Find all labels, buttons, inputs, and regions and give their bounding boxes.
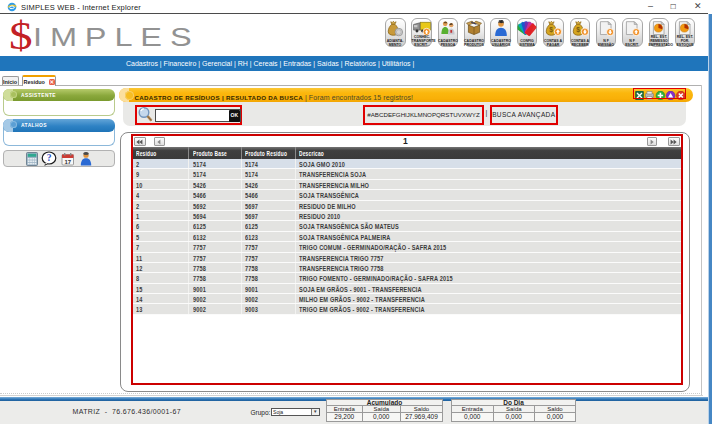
svg-text:?: ? [47,153,52,163]
svg-text:17: 17 [64,158,71,164]
svg-text:$: $ [576,26,580,34]
